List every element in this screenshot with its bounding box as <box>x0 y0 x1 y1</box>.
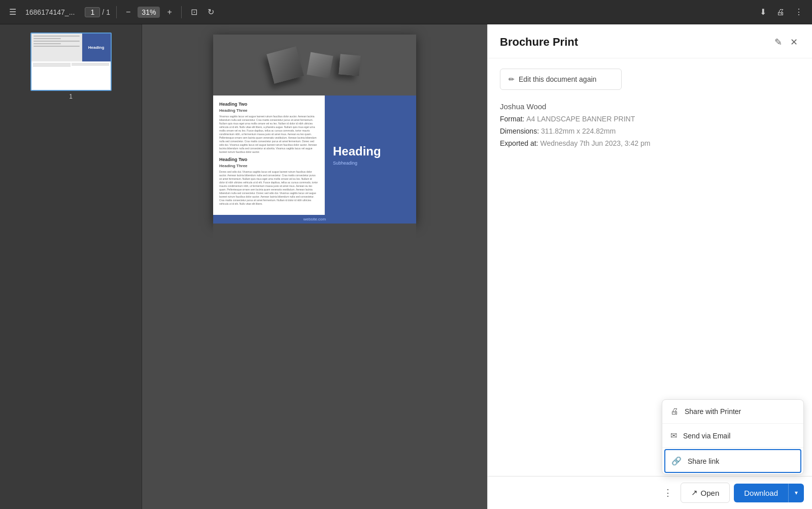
document-page: Heading Two Heading Three Vivamus sagitt… <box>213 35 416 224</box>
open-label: Open <box>701 489 720 497</box>
thumbnails-panel: Heading 1 <box>0 24 142 509</box>
pencil-icon: ✏ <box>509 75 515 83</box>
zoom-out-button[interactable]: − <box>123 6 133 19</box>
doc-body-text-right-col: Donec sed odio dui. Vivamus sagittis lac… <box>219 170 318 206</box>
meta-dimensions-row: Dimensions: 311.82mm x 224.82mm <box>500 127 800 135</box>
close-panel-button[interactable]: ✕ <box>788 35 800 50</box>
doc-body-right: Heading Subheading <box>325 96 416 215</box>
more-toolbar-icon: ⋮ <box>795 7 803 17</box>
cube-shape-1 <box>266 46 303 83</box>
thumb-col-1 <box>33 63 71 88</box>
panel-bottom-bar: ⋮ ↗ Open Download ▾ <box>488 476 812 509</box>
share-link-label: Share link <box>688 457 719 465</box>
open-icon: ↗ <box>691 488 698 497</box>
panel-meta-section: Joshua Wood Format: A4 LANDSCAPE BANNER … <box>500 102 800 147</box>
zoom-level-button[interactable]: 31% <box>138 7 160 18</box>
thumb-col-2 <box>72 63 109 88</box>
cube-container <box>270 50 360 80</box>
download-toolbar-button[interactable]: ⬇ <box>757 5 769 19</box>
doc-website: website.com <box>303 217 326 221</box>
hamburger-icon: ☰ <box>9 7 16 17</box>
total-pages: 1 <box>106 8 110 16</box>
print-toolbar-button[interactable]: 🖨 <box>773 6 788 19</box>
caret-down-icon: ▾ <box>795 489 798 496</box>
thumbnail-item-1[interactable]: Heading 1 <box>30 33 112 100</box>
thumb-line-2 <box>33 38 61 39</box>
hamburger-menu-button[interactable]: ☰ <box>6 5 19 19</box>
close-icon: ✕ <box>790 37 798 47</box>
doc-main-subheading: Subheading <box>333 161 357 166</box>
send-email-item[interactable]: ✉ Send via Email <box>662 424 803 448</box>
thumb-line-1 <box>33 36 80 37</box>
dimensions-value: 311.82mm x 224.82mm <box>541 127 616 135</box>
dimensions-label: Dimensions: <box>500 127 539 135</box>
thumb-line-5 <box>33 46 80 47</box>
edit-title-button[interactable]: ✎ <box>772 35 784 50</box>
send-email-label: Send via Email <box>683 432 730 440</box>
doc-heading-two-right-col: Heading Two <box>219 157 318 162</box>
thumbnail-number-1: 1 <box>69 93 73 100</box>
thumb-heading: Heading <box>88 45 105 50</box>
panel-header: Brochure Print ✎ ✕ <box>488 24 812 58</box>
zoom-out-icon: − <box>126 8 130 17</box>
doc-heading-two-left: Heading Two <box>219 102 318 107</box>
printer-icon: 🖨 <box>670 407 679 416</box>
share-link-item[interactable]: 🔗 Share link <box>664 449 801 473</box>
more-options-icon: ⋮ <box>663 488 672 498</box>
edit-document-button[interactable]: ✏ Edit this document again <box>500 69 622 90</box>
more-toolbar-button[interactable]: ⋮ <box>792 5 806 19</box>
download-caret-button[interactable]: ▾ <box>788 484 804 502</box>
meta-format-row: Format: A4 LANDSCAPE BANNER PRINT <box>500 115 800 123</box>
share-printer-label: Share with Printer <box>685 407 741 416</box>
download-label: Download <box>744 489 778 497</box>
right-panel: Brochure Print ✎ ✕ ✏ Edit this document … <box>487 24 812 509</box>
doc-body: Heading Two Heading Three Vivamus sagitt… <box>213 96 416 215</box>
edit-document-label: Edit this document again <box>519 75 596 83</box>
thumb-right: Heading <box>82 34 111 61</box>
print-toolbar-icon: 🖨 <box>776 8 785 17</box>
thumb-line-4 <box>33 43 61 44</box>
divider-1 <box>116 6 117 18</box>
thumb-bottom <box>31 61 111 90</box>
page-number-input[interactable] <box>85 7 100 17</box>
format-value: A4 LANDSCAPE BANNER PRINT <box>526 115 635 123</box>
download-toolbar-icon: ⬇ <box>760 7 766 17</box>
rotate-icon: ↻ <box>208 7 214 17</box>
link-icon: 🔗 <box>671 456 682 466</box>
edit-title-icon: ✎ <box>774 37 782 47</box>
fullscreen-button[interactable]: ⊡ <box>188 5 200 19</box>
page-separator: / <box>102 8 104 16</box>
format-label: Format: <box>500 115 524 123</box>
zoom-in-icon: + <box>167 8 172 17</box>
email-icon: ✉ <box>670 431 677 440</box>
share-printer-item[interactable]: 🖨 Share with Printer <box>662 400 803 424</box>
doc-page-bottom-area <box>213 224 416 325</box>
more-options-button[interactable]: ⋮ <box>659 484 676 501</box>
doc-main-heading: Heading <box>333 145 381 158</box>
exported-value: Wednesday 7th Jun 2023, 3:42 pm <box>540 139 651 147</box>
download-main-button[interactable]: Download <box>734 484 788 502</box>
doc-body-text-left: Vivamus sagittis lacus vel augue laoreet… <box>219 115 318 154</box>
thumb-line-3 <box>33 41 80 42</box>
filename-label: 1686174147_... <box>25 8 75 16</box>
thumb-top: Heading <box>31 34 111 61</box>
meta-author: Joshua Wood <box>500 102 800 111</box>
pdf-viewer[interactable]: Heading Two Heading Three Vivamus sagitt… <box>142 24 487 509</box>
toolbar: ☰ 1686174147_... / 1 − 31% + ⊡ ↻ ⬇ 🖨 ⋮ <box>0 0 812 24</box>
panel-header-actions: ✎ ✕ <box>772 35 800 50</box>
share-dropdown: 🖨 Share with Printer ✉ Send via Email 🔗 … <box>662 399 804 474</box>
zoom-in-button[interactable]: + <box>164 6 175 19</box>
meta-exported-row: Exported at: Wednesday 7th Jun 2023, 3:4… <box>500 139 800 147</box>
doc-body-left: Heading Two Heading Three Vivamus sagitt… <box>213 96 325 215</box>
exported-label: Exported at: <box>500 139 538 147</box>
panel-title: Brochure Print <box>500 36 578 49</box>
main-content: Heading 1 <box>0 24 812 509</box>
thumbnail-box-1: Heading <box>30 33 112 91</box>
thumb-left <box>31 34 82 61</box>
fullscreen-icon: ⊡ <box>191 7 197 17</box>
open-button[interactable]: ↗ Open <box>681 483 730 503</box>
doc-heading-three-left: Heading Three <box>219 108 318 113</box>
rotate-button[interactable]: ↻ <box>205 5 217 19</box>
doc-page-top <box>213 35 416 96</box>
download-button-group: Download ▾ <box>734 484 804 502</box>
